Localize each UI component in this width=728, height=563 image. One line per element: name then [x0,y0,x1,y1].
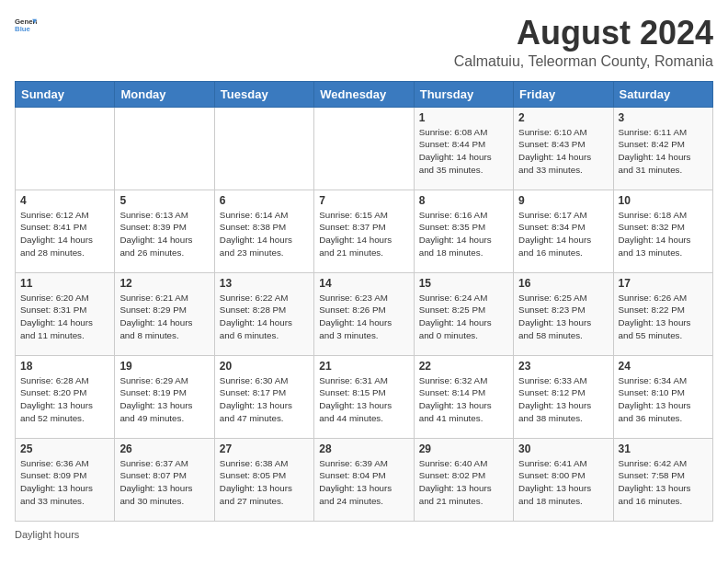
day-number: 20 [220,360,309,373]
col-header-wednesday: Wednesday [314,81,414,107]
calendar-cell: 26 Sunrise: 6:37 AMSunset: 8:07 PMDaylig… [115,438,214,521]
day-number: 21 [319,360,408,373]
day-info: Sunrise: 6:14 AMSunset: 8:38 PMDaylight:… [220,209,309,259]
calendar-cell [314,107,414,190]
day-number: 6 [220,194,309,207]
calendar-week-row: 11 Sunrise: 6:20 AMSunset: 8:31 PMDaylig… [16,272,713,355]
location-subtitle: Calmatuiu, Teleorman County, Romania [454,53,713,70]
calendar-cell: 10 Sunrise: 6:18 AMSunset: 8:32 PMDaylig… [613,190,712,272]
day-info: Sunrise: 6:15 AMSunset: 8:37 PMDaylight:… [319,209,408,259]
svg-text:Blue: Blue [15,25,31,33]
calendar-cell: 11 Sunrise: 6:20 AMSunset: 8:31 PMDaylig… [16,272,115,355]
day-number: 25 [20,442,109,455]
calendar-cell: 12 Sunrise: 6:21 AMSunset: 8:29 PMDaylig… [115,272,214,355]
day-info: Sunrise: 6:12 AMSunset: 8:41 PMDaylight:… [20,209,109,259]
day-number: 19 [119,360,209,373]
calendar-cell [16,107,115,190]
calendar-cell: 3 Sunrise: 6:11 AMSunset: 8:42 PMDayligh… [613,107,712,190]
calendar-cell [115,107,214,190]
col-header-monday: Monday [115,81,214,107]
day-info: Sunrise: 6:36 AMSunset: 8:09 PMDaylight:… [20,457,109,508]
calendar-cell: 13 Sunrise: 6:22 AMSunset: 8:28 PMDaylig… [214,272,313,355]
calendar-cell: 5 Sunrise: 6:13 AMSunset: 8:39 PMDayligh… [115,190,214,272]
footer-note: Daylight hours [15,529,713,540]
day-number: 31 [619,442,708,455]
day-number: 15 [419,277,508,290]
calendar-week-row: 25 Sunrise: 6:36 AMSunset: 8:09 PMDaylig… [16,438,713,521]
calendar-cell: 2 Sunrise: 6:10 AMSunset: 8:43 PMDayligh… [514,107,613,190]
day-number: 8 [419,194,508,207]
calendar-cell: 17 Sunrise: 6:26 AMSunset: 8:22 PMDaylig… [613,272,712,355]
day-number: 27 [220,442,309,455]
day-number: 7 [319,194,408,207]
day-info: Sunrise: 6:23 AMSunset: 8:26 PMDaylight:… [319,292,408,342]
day-info: Sunrise: 6:20 AMSunset: 8:31 PMDaylight:… [20,292,109,342]
day-info: Sunrise: 6:29 AMSunset: 8:19 PMDaylight:… [119,374,209,425]
calendar-cell: 6 Sunrise: 6:14 AMSunset: 8:38 PMDayligh… [214,190,313,272]
col-header-thursday: Thursday [414,81,513,107]
day-number: 24 [619,360,708,373]
calendar-table: SundayMondayTuesdayWednesdayThursdayFrid… [15,81,713,522]
col-header-friday: Friday [514,81,613,107]
day-info: Sunrise: 6:16 AMSunset: 8:35 PMDaylight:… [419,209,508,259]
header: General Blue August 2024 Calmatuiu, Tele… [15,15,713,70]
calendar-cell: 22 Sunrise: 6:32 AMSunset: 8:14 PMDaylig… [414,355,513,438]
daylight-label: Daylight hours [15,529,79,540]
day-info: Sunrise: 6:41 AMSunset: 8:00 PMDaylight:… [518,457,608,508]
day-info: Sunrise: 6:38 AMSunset: 8:05 PMDaylight:… [220,457,309,508]
day-number: 2 [518,111,608,124]
day-info: Sunrise: 6:26 AMSunset: 8:22 PMDaylight:… [619,292,708,342]
calendar-cell: 15 Sunrise: 6:24 AMSunset: 8:25 PMDaylig… [414,272,513,355]
calendar-header-row: SundayMondayTuesdayWednesdayThursdayFrid… [16,81,713,107]
day-number: 26 [119,442,209,455]
calendar-cell: 1 Sunrise: 6:08 AMSunset: 8:44 PMDayligh… [414,107,513,190]
day-info: Sunrise: 6:32 AMSunset: 8:14 PMDaylight:… [419,374,508,425]
day-info: Sunrise: 6:10 AMSunset: 8:43 PMDaylight:… [518,126,608,177]
calendar-cell: 4 Sunrise: 6:12 AMSunset: 8:41 PMDayligh… [16,190,115,272]
day-number: 23 [518,360,608,373]
day-info: Sunrise: 6:39 AMSunset: 8:04 PMDaylight:… [319,457,408,508]
calendar-cell: 8 Sunrise: 6:16 AMSunset: 8:35 PMDayligh… [414,190,513,272]
calendar-cell: 20 Sunrise: 6:30 AMSunset: 8:17 PMDaylig… [214,355,313,438]
day-info: Sunrise: 6:13 AMSunset: 8:39 PMDaylight:… [119,209,209,259]
day-info: Sunrise: 6:42 AMSunset: 7:58 PMDaylight:… [619,457,708,508]
day-info: Sunrise: 6:24 AMSunset: 8:25 PMDaylight:… [419,292,508,342]
day-info: Sunrise: 6:30 AMSunset: 8:17 PMDaylight:… [220,374,309,425]
day-info: Sunrise: 6:21 AMSunset: 8:29 PMDaylight:… [119,292,209,342]
day-number: 30 [518,442,608,455]
day-number: 22 [419,360,508,373]
calendar-week-row: 1 Sunrise: 6:08 AMSunset: 8:44 PMDayligh… [16,107,713,190]
calendar-cell: 28 Sunrise: 6:39 AMSunset: 8:04 PMDaylig… [314,438,414,521]
col-header-sunday: Sunday [16,81,115,107]
logo-icon: General Blue [15,15,37,37]
day-number: 5 [119,194,209,207]
calendar-cell: 14 Sunrise: 6:23 AMSunset: 8:26 PMDaylig… [314,272,414,355]
day-number: 1 [419,111,508,124]
day-number: 11 [20,277,109,290]
month-year-title: August 2024 [454,15,713,52]
calendar-cell: 19 Sunrise: 6:29 AMSunset: 8:19 PMDaylig… [115,355,214,438]
calendar-cell: 29 Sunrise: 6:40 AMSunset: 8:02 PMDaylig… [414,438,513,521]
calendar-cell: 16 Sunrise: 6:25 AMSunset: 8:23 PMDaylig… [514,272,613,355]
calendar-cell: 30 Sunrise: 6:41 AMSunset: 8:00 PMDaylig… [514,438,613,521]
calendar-cell: 27 Sunrise: 6:38 AMSunset: 8:05 PMDaylig… [214,438,313,521]
day-number: 13 [220,277,309,290]
calendar-cell: 9 Sunrise: 6:17 AMSunset: 8:34 PMDayligh… [514,190,613,272]
day-info: Sunrise: 6:33 AMSunset: 8:12 PMDaylight:… [518,374,608,425]
day-info: Sunrise: 6:40 AMSunset: 8:02 PMDaylight:… [419,457,508,508]
day-info: Sunrise: 6:37 AMSunset: 8:07 PMDaylight:… [119,457,209,508]
calendar-week-row: 18 Sunrise: 6:28 AMSunset: 8:20 PMDaylig… [16,355,713,438]
day-number: 17 [619,277,708,290]
calendar-cell: 23 Sunrise: 6:33 AMSunset: 8:12 PMDaylig… [514,355,613,438]
day-info: Sunrise: 6:22 AMSunset: 8:28 PMDaylight:… [220,292,309,342]
day-number: 3 [619,111,708,124]
day-info: Sunrise: 6:28 AMSunset: 8:20 PMDaylight:… [20,374,109,425]
calendar-cell: 31 Sunrise: 6:42 AMSunset: 7:58 PMDaylig… [613,438,712,521]
calendar-cell: 24 Sunrise: 6:34 AMSunset: 8:10 PMDaylig… [613,355,712,438]
calendar-cell: 18 Sunrise: 6:28 AMSunset: 8:20 PMDaylig… [16,355,115,438]
day-number: 12 [119,277,209,290]
day-number: 14 [319,277,408,290]
calendar-cell [214,107,313,190]
day-info: Sunrise: 6:08 AMSunset: 8:44 PMDaylight:… [419,126,508,177]
calendar-cell: 7 Sunrise: 6:15 AMSunset: 8:37 PMDayligh… [314,190,414,272]
